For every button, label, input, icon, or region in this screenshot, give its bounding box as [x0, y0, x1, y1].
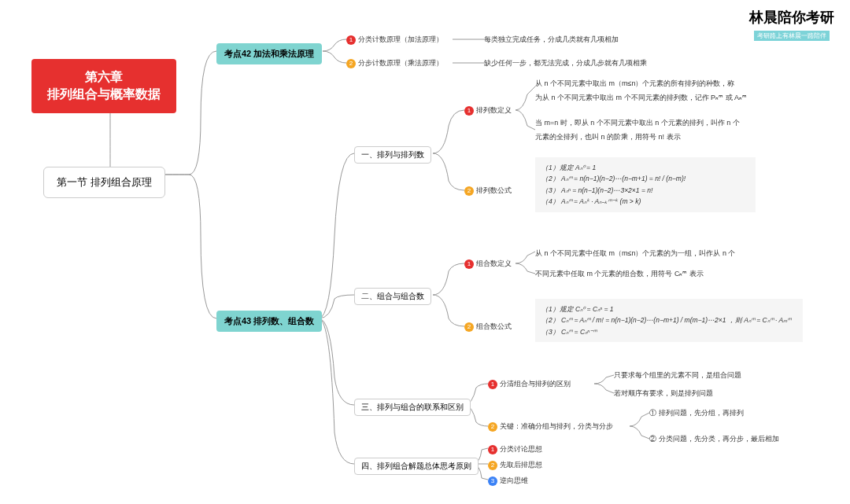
s3-n2-d2: ② 分类问题，先分类，再分步，最后相加 — [649, 434, 779, 444]
root-line2: 排列组合与概率数据 — [47, 86, 161, 103]
brand-logo: 林晨陪你考研 考研路上有林晨一路陪伴 — [749, 8, 834, 41]
s3-n2-d1: ① 排列问题，先分组，再排列 — [649, 408, 744, 418]
topic-42: 考点42 加法和乘法原理 — [216, 43, 322, 64]
s1-def: 1排列数定义 — [464, 105, 512, 116]
s2-def-d1: 从 n 个不同元素中任取 m（m≤n）个元素的为一组，叫作从 n 个 — [535, 248, 735, 259]
root-line1: 第六章 — [47, 68, 161, 86]
s1-def-d1: 从 n 个不同元素中取出 m（m≤n）个元素的所有排列的种数，称 — [535, 79, 734, 89]
t42-n1-desc: 每类独立完成任务，分成几类就有几项相加 — [484, 35, 619, 45]
t42-n2: 2分步计数原理（乘法原理） — [346, 58, 443, 68]
s4-n1: 1分类讨论思想 — [488, 444, 542, 454]
s3-n1-d2: 若对顺序有要求，则是排列问题 — [614, 388, 713, 399]
t43-s3: 三、排列与组合的联系和区别 — [354, 399, 471, 416]
s1-formula: 2排列数公式 — [464, 186, 512, 196]
s3-n1-d1: 只要求每个组里的元素不同，是组合问题 — [614, 370, 741, 381]
t42-n1: 1分类计数原理（加法原理） — [346, 35, 443, 45]
s1-def-d2: 为从 n 个不同元素中取出 m 个不同元素的排列数，记作 Pₙᵐ 或 Aₙᵐ — [535, 93, 747, 103]
s4-n3: 3逆向思维 — [488, 476, 528, 486]
s1-def-d3: 当 m=n 时，即从 n 个不同元素中取出 n 个元素的排列，叫作 n 个 — [535, 118, 740, 128]
s3-n2: 2关键：准确分组与排列，分类与分步 — [488, 421, 613, 432]
s2-def: 1组合数定义 — [464, 259, 512, 269]
topic-43: 考点43 排列数、组合数 — [216, 311, 322, 332]
root-chapter: 第六章 排列组合与概率数据 — [31, 59, 176, 113]
t43-s1: 一、排列与排列数 — [354, 146, 431, 164]
t43-s4: 四、排列组合解题总体思考原则 — [354, 458, 479, 475]
s2-def-d2: 不同元素中任取 m 个元素的组合数，用符号 Cₙᵐ 表示 — [535, 269, 704, 279]
s1-formula-box: （1）规定 Aₙ⁰ = 1 （2） Aₙᵐ = n(n−1)(n−2)⋯(n−m… — [535, 157, 756, 212]
s2-formula: 2组合数公式 — [464, 322, 512, 332]
section-node: 第一节 排列组合原理 — [43, 167, 165, 198]
s3-n1: 1分清组合与排列的区别 — [488, 379, 571, 389]
brand-main: 林晨陪你考研 — [749, 8, 834, 27]
brand-sub: 考研路上有林晨一路陪伴 — [754, 31, 830, 41]
s4-n2: 2先取后排思想 — [488, 460, 542, 470]
s1-def-d4: 元素的全排列，也叫 n 的阶乘，用符号 n! 表示 — [535, 132, 681, 142]
t43-s2: 二、组合与组合数 — [354, 288, 431, 305]
t42-n2-desc: 缺少任何一步，都无法完成，分成几步就有几项相乘 — [484, 58, 647, 68]
s2-formula-box: （1）规定 Cₙ⁰ = Cₙⁿ = 1 （2） Cₙᵐ = Aₙᵐ / m! =… — [535, 299, 803, 342]
